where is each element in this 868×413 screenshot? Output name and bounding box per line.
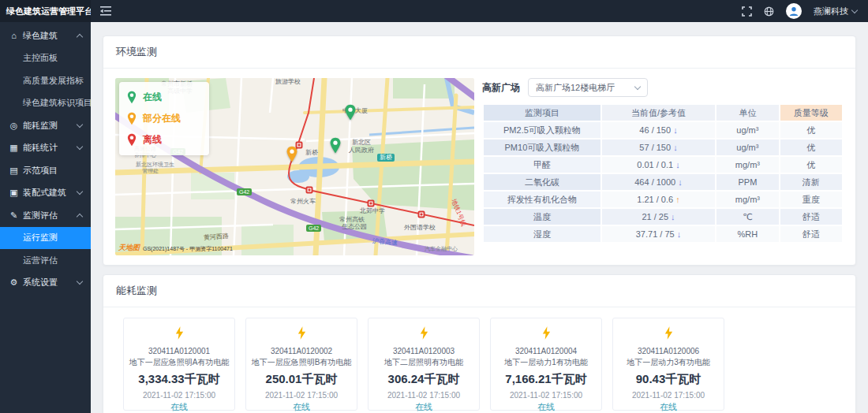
cell-item-name: 二氧化碳 [484, 174, 600, 190]
map-provider-logo: 天地图 [118, 243, 140, 253]
trend-arrow-icon: ↓ [678, 177, 683, 187]
map-label-text: G42 [309, 225, 319, 231]
cell-grade: 重度 [780, 192, 842, 207]
map-label: 汽车金融中心 [425, 246, 458, 251]
table-row: 挥发性有机化合物 1.21 / 0.6 ↑ mg/m³ 重度 [484, 192, 842, 207]
sidebar-item[interactable]: ▤ 示范项目 [0, 159, 91, 182]
legend-label: 离线 [143, 133, 162, 147]
table-row: PM2.5可吸入颗粒物 46 / 150 ↓ ug/m³ 优 [484, 122, 842, 138]
map-device-pin[interactable] [286, 146, 298, 166]
sidebar-collapse-button[interactable] [100, 6, 111, 16]
sidebar-item[interactable]: 主控面板 [0, 47, 91, 70]
environment-monitoring-card: 环境监测 [103, 35, 856, 266]
sidebar-item-icon: ✎ [9, 210, 18, 221]
sidebar-item-label: 高质量发展指标 [23, 75, 84, 87]
meter-name: 地下二层照明有功电能 [369, 357, 479, 368]
map-label-text: 新北区 [352, 139, 371, 146]
map-label: 外国语学校 [404, 225, 436, 231]
energy-meter-card: 320411A0120006 地下一层动力3有功电能 90.43千瓦时 2021… [612, 318, 724, 411]
map-label: 常州高铁 [339, 217, 365, 223]
sidebar-nav: ⌂ 绿色建筑 主控面板 高质量发展指标 绿色建筑标识项目 ◎ 能耗监测 ▦ [0, 22, 91, 413]
map-label: G42 [306, 225, 321, 232]
sidebar-item[interactable]: 高质量发展指标 [0, 69, 91, 92]
legend-pin-icon [127, 133, 137, 147]
cell-item-name: 挥发性有机化合物 [484, 192, 600, 207]
cell-grade: 优 [780, 122, 842, 138]
header-actions: 燕澜科技 [742, 3, 868, 19]
map-pin-icon [330, 137, 342, 154]
globe-icon [764, 6, 774, 17]
meter-code: 320411A0120001 [124, 347, 234, 355]
room-select[interactable]: 高新广场12楼电梯厅 [528, 78, 648, 97]
sidebar-item[interactable]: ◎ 能耗监测 [0, 114, 91, 137]
meter-timestamp: 2021-11-02 17:15:00 [246, 391, 357, 400]
lightning-icon [419, 326, 429, 340]
fullscreen-button[interactable] [742, 6, 752, 17]
user-avatar[interactable] [786, 3, 802, 19]
menu-fold-icon [100, 6, 111, 16]
map-label-text: 北郊中学 [360, 207, 385, 214]
chevron-icon [77, 214, 83, 220]
map-device-pin[interactable] [330, 137, 342, 157]
meter-name: 地下一层动力3有功电能 [613, 357, 724, 368]
energy-monitoring-card: 能耗监测 320411A0120001 地下一层应急照明A有功电能 3,334.… [103, 274, 856, 413]
sidebar-item[interactable]: 运营评估 [0, 249, 91, 272]
map-label: 北郊中学 [360, 208, 385, 214]
energy-meter-card: 320411A0120001 地下一层应急照明A有功电能 3,334.33千瓦时… [123, 318, 235, 411]
cell-value: 1.21 / 0.6 ↑ [602, 192, 715, 207]
meter-code: 320411A0120006 [613, 347, 724, 355]
sidebar-item[interactable]: 绿色建筑标识项目 [0, 92, 91, 115]
meter-name: 地下一层动力1有功电能 [491, 357, 601, 368]
table-row: 二氧化碳 464 / 1000 ↓ PPM 清新 [484, 174, 842, 190]
map-label: 常州火车 [290, 199, 316, 205]
sidebar-item-label: 监测评估 [23, 210, 58, 221]
value-text: 37.71 / 75 [636, 229, 675, 239]
value-text: 46 / 150 [639, 125, 671, 135]
env-card-body: 常州市新桥 高级中学 旅游学校 中常大厦 新北区 人民政府 新桥 常州火车 北郊… [103, 69, 855, 265]
trend-arrow-icon: ↓ [675, 160, 680, 169]
metro-station-icon [306, 187, 313, 194]
col-header-item: 监测项目 [484, 105, 600, 121]
map-label-text: 人民政府 [349, 147, 374, 154]
sidebar-item[interactable]: ▣ 装配式建筑 [0, 182, 91, 205]
metro-station-icon [368, 200, 375, 207]
map-pin-icon [345, 104, 357, 121]
user-menu[interactable]: 燕澜科技 [814, 6, 857, 17]
map-device-pin[interactable] [345, 104, 357, 124]
map-label: 新北区 [352, 140, 371, 146]
env-table-panel: 高新广场 高新广场12楼电梯厅 监测项目 当前值/参考值 单位 质量等级 [482, 78, 844, 255]
cell-unit: ug/m³ [716, 122, 778, 138]
lightning-icon [541, 326, 552, 340]
cell-value: 464 / 1000 ↓ [602, 174, 715, 190]
sidebar-item-icon: ◎ [9, 121, 18, 131]
sidebar-item[interactable]: 运行监测 [0, 227, 91, 250]
monitoring-map[interactable]: 常州市新桥 高级中学 旅游学校 中常大厦 新北区 人民政府 新桥 常州火车 北郊… [115, 78, 474, 255]
app-title: 绿色建筑运营管理平台 [0, 0, 91, 22]
table-row: PM10可吸入颗粒物 57 / 150 ↓ ug/m³ 优 [484, 140, 842, 155]
sidebar-item[interactable]: ⚙ 系统设置 [0, 272, 91, 295]
chevron-down-icon [634, 83, 641, 89]
value-text: 21 / 25 [642, 212, 668, 221]
trend-arrow-icon: ↓ [673, 125, 678, 135]
language-globe-button[interactable] [764, 6, 774, 17]
location-label: 高新广场 [482, 81, 520, 95]
meter-timestamp: 2021-11-02 17:15:00 [124, 391, 234, 400]
meter-timestamp: 2021-11-02 17:15:00 [613, 391, 724, 400]
sidebar-item-label: 运营评估 [23, 255, 58, 266]
legend-item[interactable]: 部分在线 [127, 108, 201, 129]
legend-item[interactable]: 离线 [127, 129, 201, 151]
meter-status: 在线 [491, 401, 601, 413]
legend-item[interactable]: 在线 [127, 87, 201, 108]
cell-item-name: 温度 [484, 209, 600, 225]
meter-code: 320411A0120004 [491, 347, 601, 355]
sidebar-item[interactable]: ⌂ 绿色建筑 [0, 24, 91, 47]
cell-item-name: 湿度 [484, 226, 600, 242]
cell-item-name: 甲醛 [484, 157, 600, 173]
col-header-value: 当前值/参考值 [602, 105, 715, 121]
value-text: 1.21 / 0.6 [637, 195, 673, 204]
sidebar-item[interactable]: ▦ 能耗统计 [0, 137, 91, 160]
energy-meter-card: 320411A0120004 地下一层动力1有功电能 7,166.21千瓦时 2… [490, 318, 602, 411]
sidebar-item[interactable]: ✎ 监测评估 [0, 204, 91, 227]
map-label-text: 常州火车 [290, 198, 316, 205]
location-selector-row: 高新广场 高新广场12楼电梯厅 [482, 78, 844, 97]
